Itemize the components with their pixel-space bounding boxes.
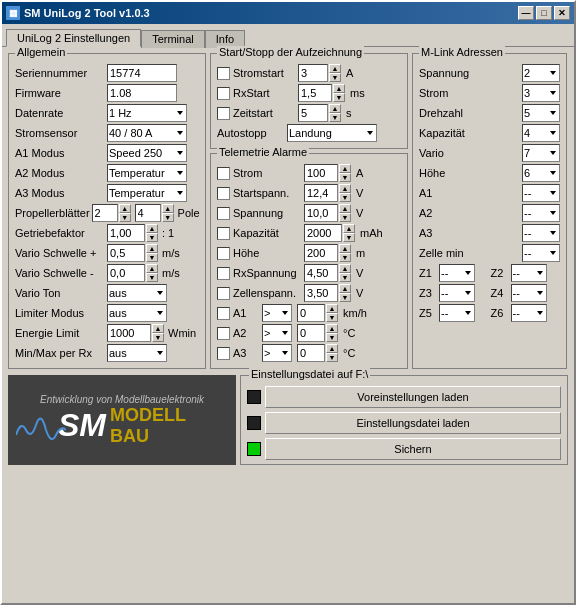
limiter-select[interactable]: ausein [107, 304, 167, 322]
tel-a1-checkbox[interactable] [217, 307, 230, 320]
tel-kapazitaet-checkbox[interactable] [217, 227, 230, 240]
tel-a1-down[interactable]: ▼ [326, 313, 338, 322]
tel-a1-input[interactable] [297, 304, 325, 322]
einstellungsdatei-button[interactable]: Einstellungsdatei laden [265, 412, 561, 434]
minimize-button[interactable]: — [518, 6, 534, 20]
zeitstart-checkbox[interactable] [217, 107, 230, 120]
firmware-input[interactable] [107, 84, 177, 102]
tel-a1-compare[interactable]: >< [262, 304, 292, 322]
close-button[interactable]: ✕ [554, 6, 570, 20]
tel-spannung-checkbox[interactable] [217, 207, 230, 220]
z6-select[interactable]: --12 [511, 304, 547, 322]
rxstart-checkbox[interactable] [217, 87, 230, 100]
propeller-input1[interactable] [92, 204, 118, 222]
zeitstart-up[interactable]: ▲ [329, 104, 341, 113]
mlink-a2-select[interactable]: --123 [522, 204, 560, 222]
tel-kapazitaet-input[interactable] [304, 224, 342, 242]
vario-minus-down[interactable]: ▼ [146, 273, 158, 282]
mlink-drehzahl-select[interactable]: 5--1234 [522, 104, 560, 122]
mlink-spannung-select[interactable]: 2--1345 [522, 64, 560, 82]
propeller-input2[interactable] [135, 204, 161, 222]
tel-a2-checkbox[interactable] [217, 327, 230, 340]
stromsensor-select[interactable]: 40 / 80 A150 A400 A [107, 124, 187, 142]
maximize-button[interactable]: □ [536, 6, 552, 20]
mlink-a1-select[interactable]: --123 [522, 184, 560, 202]
stromstart-down[interactable]: ▼ [329, 73, 341, 82]
tel-spannung-up[interactable]: ▲ [339, 204, 351, 213]
tel-kapazitaet-up[interactable]: ▲ [343, 224, 355, 233]
zeitstart-down[interactable]: ▼ [329, 113, 341, 122]
tel-a2-up[interactable]: ▲ [326, 324, 338, 333]
mlink-a3-select[interactable]: --123 [522, 224, 560, 242]
tel-startspann-checkbox[interactable] [217, 187, 230, 200]
tel-a2-input[interactable] [297, 324, 325, 342]
tel-spannung-down[interactable]: ▼ [339, 213, 351, 222]
tel-a3-input[interactable] [297, 344, 325, 362]
propeller-down2[interactable]: ▼ [162, 213, 174, 222]
tel-rxspannung-input[interactable] [304, 264, 338, 282]
tel-a2-compare[interactable]: >< [262, 324, 292, 342]
a3modus-select[interactable]: TemperaturSpeed 250Spannungaus [107, 184, 187, 202]
tel-a3-checkbox[interactable] [217, 347, 230, 360]
tel-startspann-down[interactable]: ▼ [339, 193, 351, 202]
propeller-down1[interactable]: ▼ [119, 213, 131, 222]
getriebe-down[interactable]: ▼ [146, 233, 158, 242]
z1-select[interactable]: --12 [439, 264, 475, 282]
mlink-zellemin-select[interactable]: --123 [522, 244, 560, 262]
stromstart-input[interactable] [298, 64, 328, 82]
vario-plus-down[interactable]: ▼ [146, 253, 158, 262]
tel-a3-up[interactable]: ▲ [326, 344, 338, 353]
propeller-up1[interactable]: ▲ [119, 204, 131, 213]
tel-rxspannung-up[interactable]: ▲ [339, 264, 351, 273]
tel-strom-down[interactable]: ▼ [339, 173, 351, 182]
z2-select[interactable]: --12 [511, 264, 547, 282]
minmax-select[interactable]: ausein [107, 344, 167, 362]
z3-select[interactable]: --12 [439, 284, 475, 302]
tab-terminal[interactable]: Terminal [141, 30, 205, 48]
datenrate-select[interactable]: 1 Hz2 Hz5 Hz10 Hz [107, 104, 187, 122]
tel-hoehe-up[interactable]: ▲ [339, 244, 351, 253]
tel-rxspannung-down[interactable]: ▼ [339, 273, 351, 282]
autostopp-select[interactable]: Landungaus [287, 124, 377, 142]
tel-a3-down[interactable]: ▼ [326, 353, 338, 362]
tel-startspann-up[interactable]: ▲ [339, 184, 351, 193]
tel-hoehe-checkbox[interactable] [217, 247, 230, 260]
sichern-button[interactable]: Sichern [265, 438, 561, 460]
vario-minus-up[interactable]: ▲ [146, 264, 158, 273]
tab-unilog-einstellungen[interactable]: UniLog 2 Einstellungen [6, 29, 141, 47]
tel-a3-compare[interactable]: >< [262, 344, 292, 362]
tel-hoehe-input[interactable] [304, 244, 338, 262]
z5-select[interactable]: --12 [439, 304, 475, 322]
a1modus-select[interactable]: Speed 250TemperaturSpannungaus [107, 144, 187, 162]
getriebe-input[interactable] [107, 224, 145, 242]
vario-plus-input[interactable] [107, 244, 145, 262]
rxstart-up[interactable]: ▲ [333, 84, 345, 93]
zeitstart-input[interactable] [298, 104, 328, 122]
voreinstellungen-button[interactable]: Voreinstellungen laden [265, 386, 561, 408]
mlink-kapazitaet-select[interactable]: 4--123 [522, 124, 560, 142]
rxstart-input[interactable] [298, 84, 332, 102]
tel-a2-down[interactable]: ▼ [326, 333, 338, 342]
z4-select[interactable]: --12 [511, 284, 547, 302]
energie-down[interactable]: ▼ [152, 333, 164, 342]
tel-hoehe-down[interactable]: ▼ [339, 253, 351, 262]
tel-a1-up[interactable]: ▲ [326, 304, 338, 313]
tel-zellenspann-checkbox[interactable] [217, 287, 230, 300]
seriennummer-input[interactable] [107, 64, 177, 82]
getriebe-up[interactable]: ▲ [146, 224, 158, 233]
tel-zellenspann-input[interactable] [304, 284, 338, 302]
tel-strom-input[interactable] [304, 164, 338, 182]
stromstart-checkbox[interactable] [217, 67, 230, 80]
vario-plus-up[interactable]: ▲ [146, 244, 158, 253]
energie-input[interactable] [107, 324, 151, 342]
mlink-vario-select[interactable]: 7--123 [522, 144, 560, 162]
a2modus-select[interactable]: TemperaturSpeed 250Spannungaus [107, 164, 187, 182]
tel-kapazitaet-down[interactable]: ▼ [343, 233, 355, 242]
mlink-strom-select[interactable]: 3--124 [522, 84, 560, 102]
propeller-up2[interactable]: ▲ [162, 204, 174, 213]
tel-zellenspann-up[interactable]: ▲ [339, 284, 351, 293]
tel-spannung-input[interactable] [304, 204, 338, 222]
vario-minus-input[interactable] [107, 264, 145, 282]
tel-strom-checkbox[interactable] [217, 167, 230, 180]
stromstart-up[interactable]: ▲ [329, 64, 341, 73]
